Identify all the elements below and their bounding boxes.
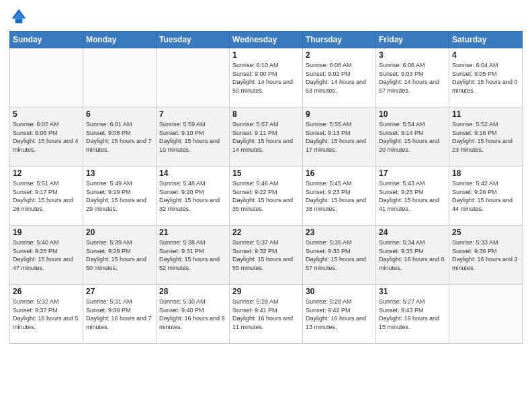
day-number: 26: [13, 287, 80, 296]
day-detail: Sunrise: 5:30 AM Sunset: 9:40 PM Dayligh…: [159, 298, 226, 331]
weekday-header: Friday: [376, 32, 449, 48]
day-detail: Sunrise: 5:55 AM Sunset: 9:13 PM Dayligh…: [306, 120, 373, 154]
day-detail: Sunrise: 5:49 AM Sunset: 9:19 PM Dayligh…: [86, 179, 153, 213]
day-number: 7: [159, 109, 226, 119]
day-number: 2: [306, 50, 373, 60]
day-detail: Sunrise: 5:33 AM Sunset: 9:36 PM Dayligh…: [452, 238, 519, 272]
day-number: 12: [13, 169, 80, 178]
calendar-cell: 30Sunrise: 5:28 AM Sunset: 9:42 PM Dayli…: [303, 285, 376, 344]
calendar-cell: 31Sunrise: 5:27 AM Sunset: 9:43 PM Dayli…: [376, 285, 449, 344]
calendar-cell: [157, 48, 230, 107]
day-number: 9: [306, 109, 373, 119]
day-number: 11: [452, 109, 519, 119]
day-number: 22: [232, 228, 300, 237]
calendar-cell: 23Sunrise: 5:35 AM Sunset: 9:33 PM Dayli…: [303, 226, 376, 285]
calendar-cell: 11Sunrise: 5:52 AM Sunset: 9:16 PM Dayli…: [449, 107, 523, 167]
calendar-cell: [83, 48, 157, 107]
day-detail: Sunrise: 5:35 AM Sunset: 9:33 PM Dayligh…: [306, 238, 373, 272]
weekday-header: Tuesday: [157, 32, 230, 48]
day-number: 19: [13, 228, 80, 237]
day-detail: Sunrise: 6:06 AM Sunset: 9:03 PM Dayligh…: [379, 61, 446, 95]
day-detail: Sunrise: 5:45 AM Sunset: 9:23 PM Dayligh…: [306, 179, 373, 213]
day-detail: Sunrise: 5:28 AM Sunset: 9:42 PM Dayligh…: [306, 298, 373, 331]
day-number: 31: [379, 287, 446, 296]
weekday-header: Wednesday: [230, 32, 303, 48]
calendar-cell: 25Sunrise: 5:33 AM Sunset: 9:36 PM Dayli…: [449, 226, 523, 285]
day-number: 29: [232, 287, 300, 296]
day-detail: Sunrise: 5:40 AM Sunset: 9:28 PM Dayligh…: [13, 238, 80, 272]
logo: [9, 7, 31, 26]
day-detail: Sunrise: 6:02 AM Sunset: 9:06 PM Dayligh…: [13, 120, 80, 154]
day-number: 8: [232, 109, 300, 119]
calendar-cell: 9Sunrise: 5:55 AM Sunset: 9:13 PM Daylig…: [303, 107, 376, 167]
day-detail: Sunrise: 5:32 AM Sunset: 9:37 PM Dayligh…: [13, 298, 80, 331]
day-detail: Sunrise: 5:52 AM Sunset: 9:16 PM Dayligh…: [452, 120, 519, 154]
weekday-header: Thursday: [303, 32, 376, 48]
calendar-cell: 24Sunrise: 5:34 AM Sunset: 9:35 PM Dayli…: [376, 226, 449, 285]
calendar-cell: 19Sunrise: 5:40 AM Sunset: 9:28 PM Dayli…: [10, 226, 83, 285]
day-number: 13: [86, 169, 153, 178]
day-number: 16: [306, 169, 373, 178]
calendar-cell: 6Sunrise: 6:01 AM Sunset: 9:08 PM Daylig…: [83, 107, 157, 167]
day-number: 23: [306, 228, 373, 237]
day-detail: Sunrise: 6:04 AM Sunset: 9:05 PM Dayligh…: [452, 61, 519, 95]
day-detail: Sunrise: 5:43 AM Sunset: 9:25 PM Dayligh…: [379, 179, 446, 213]
calendar-cell: 17Sunrise: 5:43 AM Sunset: 9:25 PM Dayli…: [376, 167, 449, 226]
day-detail: Sunrise: 5:42 AM Sunset: 9:26 PM Dayligh…: [452, 179, 519, 213]
calendar-cell: 5Sunrise: 6:02 AM Sunset: 9:06 PM Daylig…: [10, 107, 83, 167]
calendar-cell: 21Sunrise: 5:38 AM Sunset: 9:31 PM Dayli…: [157, 226, 230, 285]
calendar-cell: 10Sunrise: 5:54 AM Sunset: 9:14 PM Dayli…: [376, 107, 449, 167]
calendar-table: SundayMondayTuesdayWednesdayThursdayFrid…: [9, 31, 523, 344]
day-number: 14: [159, 169, 226, 178]
calendar-cell: 2Sunrise: 6:08 AM Sunset: 9:02 PM Daylig…: [303, 48, 376, 107]
day-number: 3: [379, 50, 446, 60]
day-detail: Sunrise: 5:39 AM Sunset: 9:29 PM Dayligh…: [86, 238, 153, 272]
day-detail: Sunrise: 5:57 AM Sunset: 9:11 PM Dayligh…: [232, 120, 300, 154]
header: [9, 7, 523, 26]
weekday-header: Saturday: [449, 32, 523, 48]
day-number: 25: [452, 228, 519, 237]
calendar-cell: 28Sunrise: 5:30 AM Sunset: 9:40 PM Dayli…: [157, 285, 230, 344]
day-number: 24: [379, 228, 446, 237]
day-number: 28: [159, 287, 226, 296]
calendar-cell: 3Sunrise: 6:06 AM Sunset: 9:03 PM Daylig…: [376, 48, 449, 107]
day-detail: Sunrise: 5:29 AM Sunset: 9:41 PM Dayligh…: [232, 298, 300, 331]
day-number: 21: [159, 228, 226, 237]
calendar-cell: 4Sunrise: 6:04 AM Sunset: 9:05 PM Daylig…: [449, 48, 523, 107]
weekday-header: Sunday: [10, 32, 83, 48]
day-detail: Sunrise: 5:48 AM Sunset: 9:20 PM Dayligh…: [159, 179, 226, 213]
day-number: 10: [379, 109, 446, 119]
day-number: 1: [232, 50, 300, 60]
calendar-cell: [10, 48, 83, 107]
day-number: 4: [452, 50, 519, 60]
calendar-cell: 15Sunrise: 5:46 AM Sunset: 9:22 PM Dayli…: [230, 167, 303, 226]
logo-icon: [9, 7, 28, 26]
day-detail: Sunrise: 5:37 AM Sunset: 9:32 PM Dayligh…: [232, 238, 300, 272]
page: SundayMondayTuesdayWednesdayThursdayFrid…: [0, 0, 532, 411]
day-number: 30: [306, 287, 373, 296]
day-detail: Sunrise: 5:27 AM Sunset: 9:43 PM Dayligh…: [379, 298, 446, 331]
calendar-cell: 14Sunrise: 5:48 AM Sunset: 9:20 PM Dayli…: [157, 167, 230, 226]
calendar-cell: 12Sunrise: 5:51 AM Sunset: 9:17 PM Dayli…: [10, 167, 83, 226]
calendar-cell: 22Sunrise: 5:37 AM Sunset: 9:32 PM Dayli…: [230, 226, 303, 285]
day-detail: Sunrise: 5:38 AM Sunset: 9:31 PM Dayligh…: [159, 238, 226, 272]
day-number: 15: [232, 169, 300, 178]
calendar-cell: 26Sunrise: 5:32 AM Sunset: 9:37 PM Dayli…: [10, 285, 83, 344]
calendar-cell: 27Sunrise: 5:31 AM Sunset: 9:39 PM Dayli…: [83, 285, 157, 344]
calendar-cell: 18Sunrise: 5:42 AM Sunset: 9:26 PM Dayli…: [449, 167, 523, 226]
calendar-cell: 7Sunrise: 5:59 AM Sunset: 9:10 PM Daylig…: [157, 107, 230, 167]
day-detail: Sunrise: 5:59 AM Sunset: 9:10 PM Dayligh…: [159, 120, 226, 154]
calendar-cell: 20Sunrise: 5:39 AM Sunset: 9:29 PM Dayli…: [83, 226, 157, 285]
day-detail: Sunrise: 6:01 AM Sunset: 9:08 PM Dayligh…: [86, 120, 153, 154]
weekday-header: Monday: [83, 32, 157, 48]
calendar-cell: 16Sunrise: 5:45 AM Sunset: 9:23 PM Dayli…: [303, 167, 376, 226]
calendar-cell: [449, 285, 523, 344]
day-detail: Sunrise: 5:31 AM Sunset: 9:39 PM Dayligh…: [86, 298, 153, 331]
day-number: 20: [86, 228, 153, 237]
day-number: 6: [86, 109, 153, 119]
day-number: 27: [86, 287, 153, 296]
day-number: 18: [452, 169, 519, 178]
day-number: 17: [379, 169, 446, 178]
calendar-cell: 13Sunrise: 5:49 AM Sunset: 9:19 PM Dayli…: [83, 167, 157, 226]
day-detail: Sunrise: 5:46 AM Sunset: 9:22 PM Dayligh…: [232, 179, 300, 213]
